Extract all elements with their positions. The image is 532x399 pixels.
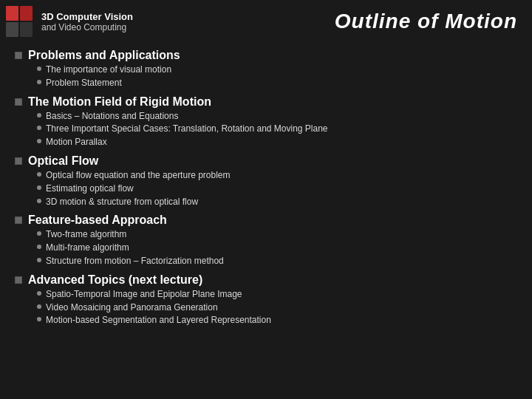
- sub-bullet-0: [37, 291, 41, 296]
- sub-item-text: Multi-frame algorithm: [46, 242, 129, 254]
- sub-item: Problem Statement: [37, 77, 180, 89]
- sub-item: The importance of visual motion: [37, 64, 180, 76]
- sub-item-text: 3D motion & structure from optical flow: [46, 196, 198, 208]
- sub-item: Two-frame algorithm: [37, 228, 224, 241]
- sub-item: Optical flow equation and the aperture p…: [37, 169, 231, 182]
- main-bullet-2: [15, 157, 22, 165]
- main-item-feature_based: Feature-based ApproachTwo-frame algorith…: [15, 214, 517, 268]
- sub-bullet-0: [37, 66, 41, 71]
- main-label-text-motion_field: The Motion Field of Rigid Motion: [28, 95, 328, 109]
- sub-item: Multi-frame algorithm: [37, 242, 224, 254]
- header-title-top: 3D Computer Vision: [41, 11, 335, 22]
- section-advanced: Advanced Topics (next lecture)Spatio-Tem…: [15, 273, 517, 328]
- sub-list-optical_flow: Optical flow equation and the aperture p…: [28, 169, 231, 208]
- sub-bullet-2: [37, 258, 41, 262]
- header: 3D Computer Vision and Video Computing O…: [0, 0, 532, 43]
- content: Problems and ApplicationsThe importance …: [0, 43, 532, 338]
- section-optical_flow: Optical FlowOptical flow equation and th…: [15, 154, 517, 209]
- sub-item-text: Three Important Special Cases: Translati…: [46, 123, 328, 135]
- sub-list-advanced: Spatio-Temporal Image and Epipolar Plane…: [28, 288, 271, 327]
- outline-title: Outline of Motion: [335, 0, 532, 43]
- sub-item: Basics – Notations and Equations: [37, 110, 328, 123]
- section-problems: Problems and ApplicationsThe importance …: [15, 49, 517, 91]
- sub-bullet-1: [37, 245, 41, 249]
- main-bullet-4: [15, 276, 22, 284]
- sub-item-text: Problem Statement: [46, 77, 122, 89]
- sub-bullet-1: [37, 304, 41, 309]
- sub-item-text: Optical flow equation and the aperture p…: [46, 169, 231, 182]
- sub-bullet-1: [37, 126, 41, 130]
- sub-list-motion_field: Basics – Notations and EquationsThree Im…: [28, 110, 328, 149]
- sub-item-text: Basics – Notations and Equations: [46, 110, 178, 123]
- logo-cell-3: [6, 22, 18, 37]
- main-label-text-problems: Problems and Applications: [28, 49, 180, 62]
- sub-item-text: Video Mosaicing and Panorama Generation: [46, 301, 218, 314]
- sub-bullet-1: [37, 80, 41, 84]
- sub-item: Structure from motion – Factorization me…: [37, 255, 224, 267]
- sub-bullet-0: [37, 231, 41, 236]
- main-label-motion_field: The Motion Field of Rigid MotionBasics –…: [28, 95, 328, 150]
- sub-item: Motion Parallax: [37, 136, 328, 149]
- sub-item-text: Motion Parallax: [46, 136, 107, 149]
- sub-item: Estimating optical flow: [37, 183, 231, 195]
- main-item-advanced: Advanced Topics (next lecture)Spatio-Tem…: [15, 273, 517, 328]
- sub-item: Spatio-Temporal Image and Epipolar Plane…: [37, 288, 271, 301]
- logo-cell-1: [6, 6, 18, 21]
- sub-item-text: The importance of visual motion: [46, 64, 171, 76]
- section-motion_field: The Motion Field of Rigid MotionBasics –…: [15, 95, 517, 150]
- main-bullet-1: [15, 98, 22, 106]
- sub-bullet-2: [37, 139, 41, 143]
- sub-bullet-1: [37, 185, 41, 190]
- sub-item: Motion-based Segmentation and Layered Re…: [37, 314, 271, 327]
- sub-item-text: Two-frame algorithm: [46, 228, 126, 241]
- sub-bullet-0: [37, 172, 41, 177]
- sub-item: Three Important Special Cases: Translati…: [37, 123, 328, 135]
- sub-item-text: Motion-based Segmentation and Layered Re…: [46, 314, 271, 327]
- main-label-optical_flow: Optical FlowOptical flow equation and th…: [28, 154, 231, 209]
- sub-bullet-2: [37, 199, 41, 203]
- main-item-problems: Problems and ApplicationsThe importance …: [15, 49, 517, 91]
- header-title-bottom: and Video Computing: [41, 22, 335, 33]
- logo: [0, 0, 38, 43]
- logo-cell-4: [20, 22, 33, 37]
- main-item-optical_flow: Optical FlowOptical flow equation and th…: [15, 154, 517, 209]
- sub-list-problems: The importance of visual motionProblem S…: [28, 64, 180, 89]
- sub-item: Video Mosaicing and Panorama Generation: [37, 301, 271, 314]
- sub-item-text: Structure from motion – Factorization me…: [46, 255, 224, 267]
- main-label-text-feature_based: Feature-based Approach: [28, 214, 224, 227]
- main-label-feature_based: Feature-based ApproachTwo-frame algorith…: [28, 214, 224, 268]
- main-label-text-advanced: Advanced Topics (next lecture): [28, 273, 271, 287]
- sub-item-text: Spatio-Temporal Image and Epipolar Plane…: [46, 288, 242, 301]
- logo-cell-2: [20, 6, 33, 21]
- sub-item: 3D motion & structure from optical flow: [37, 196, 231, 208]
- main-bullet-3: [15, 216, 22, 224]
- sub-bullet-2: [37, 317, 41, 321]
- sub-bullet-0: [37, 113, 41, 117]
- sub-list-feature_based: Two-frame algorithmMulti-frame algorithm…: [28, 228, 224, 267]
- header-text: 3D Computer Vision and Video Computing: [38, 0, 335, 43]
- main-label-advanced: Advanced Topics (next lecture)Spatio-Tem…: [28, 273, 271, 328]
- main-item-motion_field: The Motion Field of Rigid MotionBasics –…: [15, 95, 517, 150]
- main-label-problems: Problems and ApplicationsThe importance …: [28, 49, 180, 91]
- main-label-text-optical_flow: Optical Flow: [28, 154, 231, 168]
- main-bullet-0: [15, 52, 22, 59]
- section-feature_based: Feature-based ApproachTwo-frame algorith…: [15, 214, 517, 268]
- sub-item-text: Estimating optical flow: [46, 183, 134, 195]
